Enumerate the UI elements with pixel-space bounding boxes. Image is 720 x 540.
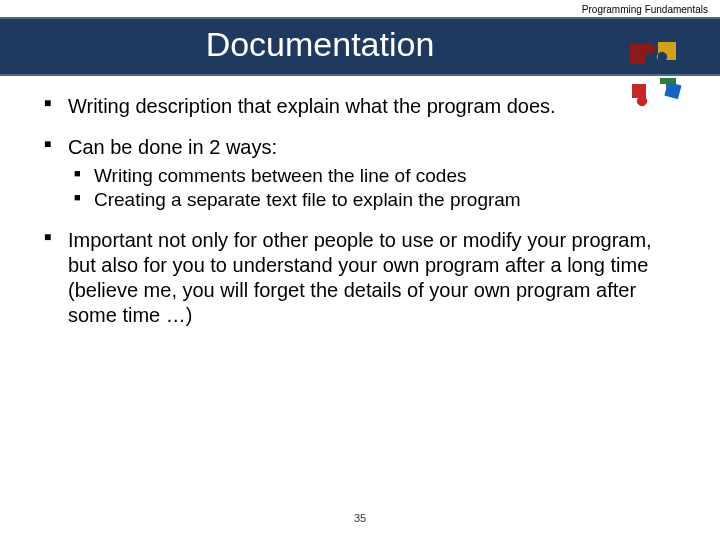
bullet-item: Can be done in 2 ways: Writing comments … [40, 135, 680, 212]
course-label: Programming Fundamentals [0, 0, 720, 17]
bullet-item: Writing description that explain what th… [40, 94, 680, 119]
bullet-text: Can be done in 2 ways: [68, 136, 277, 158]
sub-bullet-item: Creating a separate text file to explain… [68, 188, 680, 212]
slide-title: Documentation [0, 25, 720, 64]
bullet-item: Important not only for other people to u… [40, 228, 680, 328]
bullet-text: Important not only for other people to u… [68, 229, 652, 326]
title-bar: Documentation [0, 17, 720, 76]
slide-content: Writing description that explain what th… [0, 76, 720, 328]
page-number: 35 [0, 512, 720, 524]
sub-bullet-item: Writing comments between the line of cod… [68, 164, 680, 188]
bullet-text: Writing description that explain what th… [68, 95, 556, 117]
